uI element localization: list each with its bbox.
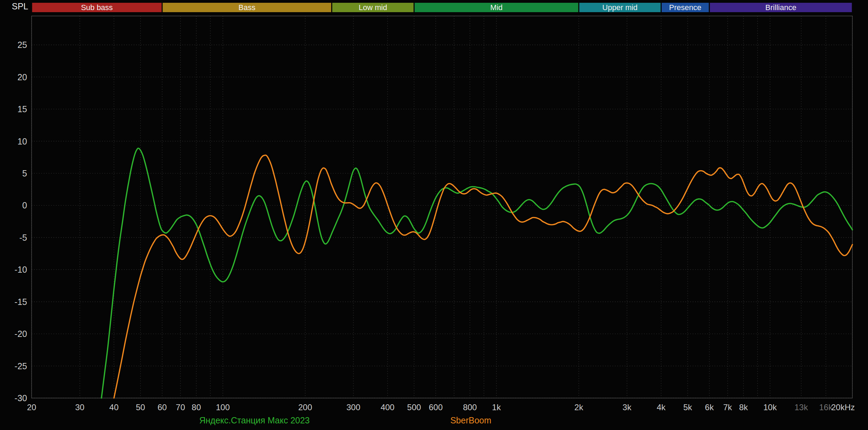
y-tick-label: -10 xyxy=(15,265,27,274)
x-tick-label: 30 xyxy=(75,403,84,412)
x-tick-label: 600 xyxy=(429,403,443,412)
x-axis-labels: 203040506070801002003004005006008001k2k3… xyxy=(27,403,855,412)
x-tick-label: 10k xyxy=(763,403,777,412)
x-tick-label: 100 xyxy=(216,403,230,412)
x-tick-label: 13k xyxy=(794,403,808,412)
legend-label-sberboom: SberBoom xyxy=(450,415,491,425)
y-tick-label: 0 xyxy=(22,200,27,210)
x-tick-label: 400 xyxy=(381,403,394,412)
chart-canvas: Sub bassBassLow midMidUpper midPresenceB… xyxy=(0,0,868,430)
x-tick-label: 7k xyxy=(723,403,732,412)
band-label: Bass xyxy=(239,3,256,12)
x-tick-label: 70 xyxy=(176,403,185,412)
y-tick-label: -20 xyxy=(15,329,27,339)
x-tick-label: 8k xyxy=(739,403,748,412)
x-tick-label: 60 xyxy=(158,403,167,412)
y-axis-labels: 2520151050-5-10-15-20-25-30 xyxy=(15,40,27,403)
x-tick-label: 2k xyxy=(574,403,583,412)
x-tick-label: 80 xyxy=(192,403,201,412)
series-curve-2 xyxy=(114,155,852,398)
x-tick-label: 20kHz xyxy=(831,403,855,412)
x-tick-label: 50 xyxy=(136,403,145,412)
x-tick-label: 800 xyxy=(463,403,477,412)
x-tick-label: 5k xyxy=(683,403,692,412)
y-tick-label: 10 xyxy=(17,137,27,146)
band-label: Sub bass xyxy=(81,3,113,12)
x-tick-label: 20 xyxy=(27,403,36,412)
y-tick-label: 25 xyxy=(17,40,27,50)
band-label: Presence xyxy=(669,3,701,12)
series-curve-1 xyxy=(101,148,852,398)
frequency-response-chart: SPL Sub bassBassLow midMidUpper midPrese… xyxy=(0,0,868,430)
y-tick-label: -5 xyxy=(19,233,27,242)
x-tick-label: 500 xyxy=(407,403,421,412)
y-tick-label: -30 xyxy=(15,393,27,403)
x-tick-label: 300 xyxy=(347,403,360,412)
x-tick-label: 1k xyxy=(492,403,501,412)
band-label: Upper mid xyxy=(602,3,637,12)
x-tick-label: 6k xyxy=(705,403,714,412)
band-label: Low mid xyxy=(359,3,387,12)
y-tick-label: 15 xyxy=(17,104,27,114)
x-tick-label: 4k xyxy=(657,403,666,412)
y-tick-label: -25 xyxy=(15,361,27,371)
band-label: Mid xyxy=(490,3,502,12)
y-tick-label: 20 xyxy=(17,72,27,82)
x-tick-label: 200 xyxy=(298,403,312,412)
band-bar: Sub bassBassLow midMidUpper midPresenceB… xyxy=(32,3,852,12)
y-tick-label: 5 xyxy=(22,168,27,178)
x-tick-label: 40 xyxy=(109,403,119,412)
x-tick-label: 3k xyxy=(623,403,632,412)
legend-label-yandex: Яндекс.Станция Макс 2023 xyxy=(199,415,310,425)
band-label: Brilliance xyxy=(765,3,796,12)
y-tick-label: -15 xyxy=(15,297,27,307)
